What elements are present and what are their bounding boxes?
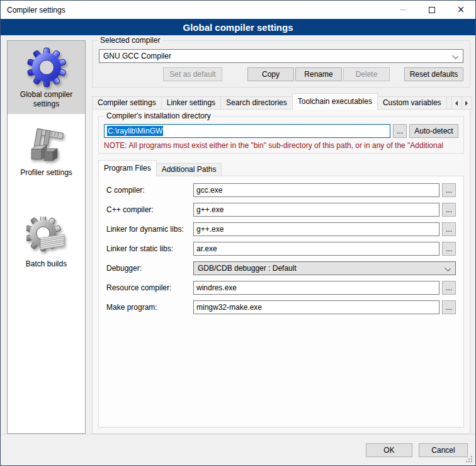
static-linker-value: ar.exe (196, 244, 217, 253)
settings-category-list: Global compiler settings (7, 40, 86, 434)
copy-button[interactable]: Copy (247, 67, 294, 81)
arrow-left-icon (455, 101, 458, 106)
subtab-program-files[interactable]: Program Files (98, 160, 157, 176)
compiler-select[interactable]: GNU GCC Compiler (99, 49, 463, 63)
titlebar[interactable]: Compiler settings × (1, 1, 475, 19)
rename-button[interactable]: Rename (295, 67, 342, 81)
tab-toolchain-executables[interactable]: Toolchain executables (292, 93, 378, 110)
make-program-browse-button[interactable]: ... (442, 300, 456, 314)
c-compiler-label: C compiler: (106, 186, 193, 195)
dynamic-linker-browse-button[interactable]: ... (442, 222, 456, 236)
cpp-compiler-row: C++ compiler: g++.exe ... (106, 203, 456, 217)
make-program-input[interactable]: mingw32-make.exe (193, 300, 439, 314)
static-linker-label: Linker for static libs: (106, 244, 193, 253)
bin-subdirectory-note: NOTE: All programs must exist either in … (104, 141, 458, 150)
cpp-compiler-input[interactable]: g++.exe (193, 203, 439, 217)
cancel-button[interactable]: Cancel (419, 443, 468, 457)
resource-compiler-label: Resource compiler: (106, 283, 193, 292)
cpp-compiler-label: C++ compiler: (106, 205, 193, 214)
selected-compiler-group-label: Selected compiler (98, 36, 162, 45)
window-title: Compiler settings (1, 6, 65, 14)
resource-compiler-browse-button[interactable]: ... (442, 281, 456, 295)
compiler-settings-dialog: Compiler settings × Global compiler sett… (0, 0, 476, 466)
tab-scroll-right-button[interactable] (462, 96, 472, 110)
resize-grip[interactable] (466, 456, 473, 463)
gear-stack-icon (26, 217, 67, 257)
debugger-select[interactable]: GDB/CDB debugger : Default (193, 261, 456, 275)
tab-compiler-settings[interactable]: Compiler settings (92, 96, 162, 110)
dynamic-linker-row: Linker for dynamic libs: g++.exe ... (106, 222, 456, 236)
static-linker-browse-button[interactable]: ... (442, 242, 456, 256)
cpp-compiler-browse-button[interactable]: ... (442, 203, 456, 217)
static-linker-row: Linker for static libs: ar.exe ... (106, 242, 456, 256)
tab-custom-variables[interactable]: Custom variables (377, 96, 447, 110)
cpp-compiler-value: g++.exe (196, 205, 224, 214)
resource-compiler-input[interactable]: windres.exe (193, 281, 439, 295)
selected-compiler-group: Selected compiler GNU GCC Compiler Set a… (92, 40, 470, 88)
toolchain-subtabstrip: Program Files Additional Paths (98, 160, 464, 176)
toolchain-executables-page: Compiler's installation directory C:\ray… (92, 109, 470, 434)
resource-compiler-value: windres.exe (196, 283, 237, 292)
install-dir-input[interactable]: C:\raylib\MinGW (104, 124, 390, 138)
sidebar-item-label: Batch builds (8, 259, 85, 269)
sidebar-item-profiler-settings[interactable]: Profiler settings (8, 119, 85, 183)
make-program-value: mingw32-make.exe (196, 303, 262, 312)
static-linker-input[interactable]: ar.exe (193, 242, 439, 256)
minimize-button (388, 1, 417, 19)
maximize-button[interactable] (417, 1, 446, 19)
delete-button[interactable]: Delete (343, 67, 390, 81)
dynamic-linker-label: Linker for dynamic libs: (106, 225, 193, 234)
close-button[interactable]: × (446, 1, 475, 19)
dynamic-linker-input[interactable]: g++.exe (193, 222, 439, 236)
dialog-footer: OK Cancel (1, 434, 475, 465)
gear-icon (26, 47, 67, 88)
compiler-select-value: GNU GCC Compiler (103, 52, 171, 60)
maximize-icon (429, 7, 435, 13)
installation-directory-group: Compiler's installation directory C:\ray… (98, 116, 464, 154)
sidebar-item-batch-builds[interactable]: Batch builds (8, 210, 85, 274)
tab-scroll-left-button[interactable] (451, 96, 462, 110)
chevron-down-icon (445, 266, 450, 271)
tab-linker-settings[interactable]: Linker settings (161, 96, 221, 110)
dynamic-linker-value: g++.exe (196, 225, 224, 234)
caliper-icon (26, 125, 67, 166)
debugger-value: GDB/CDB debugger : Default (198, 264, 297, 273)
sidebar-item-global-compiler-settings[interactable]: Global compiler settings (8, 41, 85, 114)
installation-directory-group-label: Compiler's installation directory (104, 111, 213, 120)
c-compiler-row: C compiler: gcc.exe ... (106, 183, 456, 197)
tab-search-directories[interactable]: Search directories (220, 96, 293, 110)
sidebar-item-label: Global compiler settings (8, 90, 85, 109)
settings-tabstrip: Compiler settings Linker settings Search… (92, 93, 470, 110)
reset-defaults-button[interactable]: Reset defaults (404, 67, 463, 81)
resource-compiler-row: Resource compiler: windres.exe ... (106, 281, 456, 295)
close-icon: × (457, 5, 465, 14)
install-dir-browse-button[interactable]: ... (393, 124, 407, 138)
make-program-row: Make program: mingw32-make.exe ... (106, 300, 456, 314)
c-compiler-value: gcc.exe (196, 186, 222, 195)
debugger-row: Debugger: GDB/CDB debugger : Default (106, 261, 456, 275)
subtab-additional-paths[interactable]: Additional Paths (156, 163, 222, 176)
set-as-default-button[interactable]: Set as default (163, 67, 222, 81)
arrow-right-icon (465, 101, 468, 106)
c-compiler-browse-button[interactable]: ... (442, 183, 456, 197)
make-program-label: Make program: (106, 303, 193, 312)
program-files-page: C compiler: gcc.exe ... C++ compiler: g+… (98, 176, 464, 428)
install-dir-value: C:\raylib\MinGW (107, 126, 163, 136)
page-title: Global compiler settings (1, 19, 475, 35)
minimize-icon (400, 9, 407, 10)
chevron-down-icon (453, 54, 458, 59)
c-compiler-input[interactable]: gcc.exe (193, 183, 439, 197)
ok-button[interactable]: OK (366, 443, 412, 457)
auto-detect-button[interactable]: Auto-detect (409, 124, 458, 138)
debugger-label: Debugger: (106, 264, 193, 273)
sidebar-item-label: Profiler settings (8, 168, 85, 178)
